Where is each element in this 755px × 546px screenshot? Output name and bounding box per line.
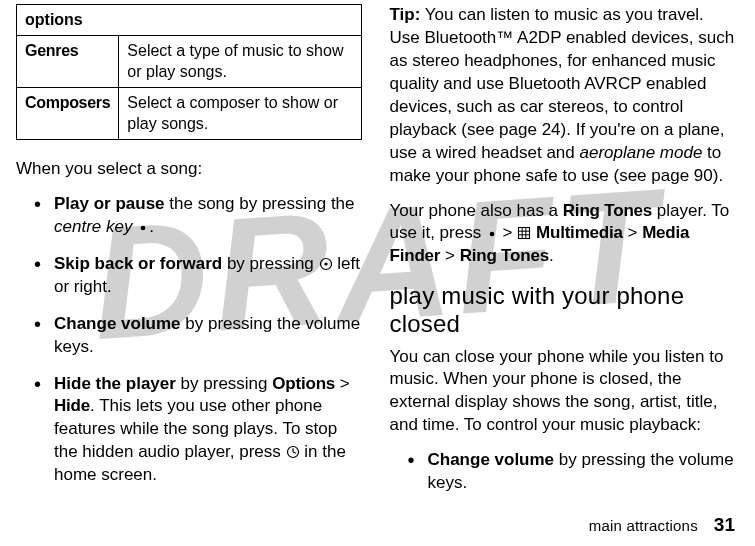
- gt: >: [498, 223, 517, 242]
- gt: >: [623, 223, 642, 242]
- lead-text: When you select a song:: [16, 158, 362, 181]
- table-row: Genres Select a type of music to show or…: [17, 35, 362, 87]
- bullet-list-right: Change volume by pressing the volume key…: [412, 449, 736, 495]
- hide-label: Hide: [54, 396, 90, 415]
- ring-tones-label: Ring Tones: [460, 246, 549, 265]
- table-header-row: options: [17, 5, 362, 36]
- bullet-strong: Hide the player: [54, 374, 176, 393]
- bullet-text: by pressing: [222, 254, 318, 273]
- gt: >: [440, 246, 459, 265]
- bullet-strong: Change volume: [428, 450, 555, 469]
- list-item: Play or pause the song by pressing the c…: [38, 193, 362, 239]
- bullet-strong: Change volume: [54, 314, 181, 333]
- row-label-genres: Genres: [17, 35, 119, 87]
- list-item: Hide the player by pressing Options > Hi…: [38, 373, 362, 488]
- tip-label: Tip:: [390, 5, 421, 24]
- centre-key-icon: [137, 222, 149, 234]
- multimedia-icon: [517, 226, 531, 240]
- svg-line-5: [293, 452, 296, 453]
- bullet-strong: Skip back or forward: [54, 254, 222, 273]
- tip-paragraph: Tip: You can listen to music as you trav…: [390, 4, 736, 188]
- footer-section: main attractions: [589, 517, 698, 534]
- tip-italic: aeroplane mode: [579, 143, 702, 162]
- ringtones-paragraph: Your phone also has a Ring Tones player.…: [390, 200, 736, 269]
- row-desc-genres: Select a type of music to show or play s…: [119, 35, 361, 87]
- nav-key-icon: [319, 257, 333, 271]
- row-label-composers: Composers: [17, 87, 119, 139]
- list-item: Skip back or forward by pressing left or…: [38, 253, 362, 299]
- bullet-italic: centre key: [54, 217, 132, 236]
- footer-page-number: 31: [714, 514, 735, 535]
- table-row: Composers Select a composer to show or p…: [17, 87, 362, 139]
- clock-key-icon: [286, 445, 300, 459]
- para-text: .: [549, 246, 554, 265]
- gt: >: [335, 374, 350, 393]
- svg-rect-7: [519, 228, 530, 239]
- svg-point-2: [324, 262, 327, 265]
- closed-phone-paragraph: You can close your phone while you liste…: [390, 346, 736, 438]
- tip-body: You can listen to music as you travel. U…: [390, 5, 735, 162]
- svg-point-6: [490, 232, 495, 237]
- ring-tones-label: Ring Tones: [563, 201, 652, 220]
- list-item: Change volume by pressing the volume key…: [412, 449, 736, 495]
- page-footer: main attractions31: [589, 512, 735, 538]
- list-item: Change volume by pressing the volume key…: [38, 313, 362, 359]
- left-column: options Genres Select a type of music to…: [16, 4, 362, 509]
- centre-key-icon: [486, 228, 498, 240]
- multimedia-label: Multimedia: [536, 223, 623, 242]
- para-text: Your phone also has a: [390, 201, 563, 220]
- svg-point-0: [141, 226, 146, 231]
- bullet-list-left: Play or pause the song by pressing the c…: [38, 193, 362, 487]
- row-desc-composers: Select a composer to show or play songs.: [119, 87, 361, 139]
- section-heading: play music with your phone closed: [390, 282, 736, 337]
- bullet-text: the song by pressing the: [165, 194, 355, 213]
- bullet-text: .: [149, 217, 154, 236]
- bullet-strong: Play or pause: [54, 194, 165, 213]
- bullet-text: by pressing: [176, 374, 272, 393]
- table-header: options: [17, 5, 362, 36]
- content-columns: options Genres Select a type of music to…: [0, 0, 755, 509]
- options-table: options Genres Select a type of music to…: [16, 4, 362, 140]
- options-label: Options: [272, 374, 335, 393]
- right-column: Tip: You can listen to music as you trav…: [390, 4, 736, 509]
